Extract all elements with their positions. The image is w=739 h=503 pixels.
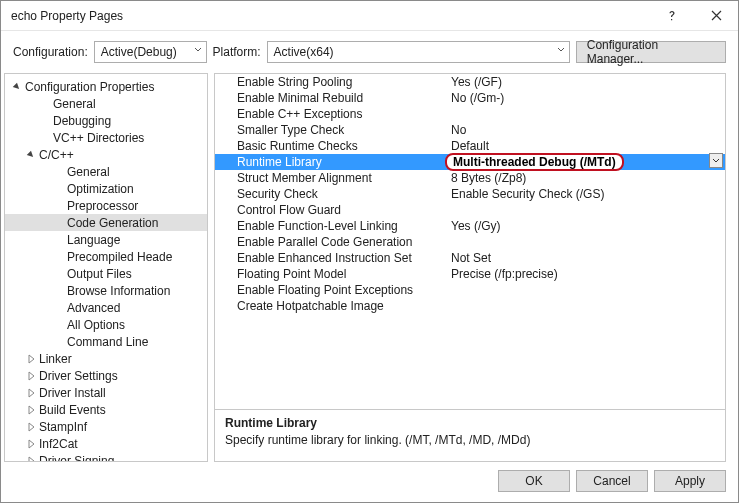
property-grid[interactable]: Enable String PoolingYes (/GF)Enable Min… xyxy=(214,73,726,410)
property-value[interactable] xyxy=(445,203,725,217)
expander-closed-icon[interactable] xyxy=(25,404,37,416)
expander-none xyxy=(53,302,65,314)
property-row[interactable]: Runtime LibraryMulti-threaded Debug (/MT… xyxy=(215,154,725,170)
property-value[interactable] xyxy=(445,107,725,121)
tree-node[interactable]: Advanced xyxy=(5,299,207,316)
property-name: Floating Point Model xyxy=(215,267,445,281)
property-row[interactable]: Enable C++ Exceptions xyxy=(215,106,725,122)
platform-combo[interactable]: Active(x64) xyxy=(267,41,570,63)
property-row[interactable]: Enable Minimal RebuildNo (/Gm-) xyxy=(215,90,725,106)
config-label: Configuration: xyxy=(13,45,88,59)
config-combo[interactable]: Active(Debug) xyxy=(94,41,207,63)
cancel-button[interactable]: Cancel xyxy=(576,470,648,492)
property-value[interactable]: Yes (/GF) xyxy=(445,75,725,89)
property-value[interactable]: No (/Gm-) xyxy=(445,91,725,105)
window-title: echo Property Pages xyxy=(11,9,650,23)
property-row[interactable]: Create Hotpatchable Image xyxy=(215,298,725,314)
tree-label: Driver Settings xyxy=(39,369,118,383)
tree-node[interactable]: Precompiled Heade xyxy=(5,248,207,265)
tree-node[interactable]: Configuration Properties xyxy=(5,78,207,95)
property-name: Enable String Pooling xyxy=(215,75,445,89)
tree-node[interactable]: All Options xyxy=(5,316,207,333)
tree-label: Driver Install xyxy=(39,386,106,400)
tree-label: Preprocessor xyxy=(67,199,138,213)
property-value[interactable]: Yes (/Gy) xyxy=(445,219,725,233)
property-value[interactable] xyxy=(445,235,725,249)
tree-label: General xyxy=(67,165,110,179)
tree-label: C/C++ xyxy=(39,148,74,162)
tree-node[interactable]: Linker xyxy=(5,350,207,367)
property-value[interactable]: 8 Bytes (/Zp8) xyxy=(445,171,725,185)
dropdown-button[interactable] xyxy=(709,153,723,168)
tree-node[interactable]: Inf2Cat xyxy=(5,435,207,452)
tree-node[interactable]: Code Generation xyxy=(5,214,207,231)
property-row[interactable]: Basic Runtime ChecksDefault xyxy=(215,138,725,154)
expander-closed-icon[interactable] xyxy=(25,438,37,450)
tree-node[interactable]: VC++ Directories xyxy=(5,129,207,146)
property-value[interactable]: Default xyxy=(445,139,725,153)
property-row[interactable]: Enable Floating Point Exceptions xyxy=(215,282,725,298)
expander-none xyxy=(53,217,65,229)
expander-none xyxy=(53,183,65,195)
expander-open-icon[interactable] xyxy=(25,149,37,161)
expander-closed-icon[interactable] xyxy=(25,370,37,382)
property-row[interactable]: Struct Member Alignment8 Bytes (/Zp8) xyxy=(215,170,725,186)
configuration-bar: Configuration: Active(Debug) Platform: A… xyxy=(1,31,738,73)
tree-node[interactable]: Optimization xyxy=(5,180,207,197)
property-name: Enable Parallel Code Generation xyxy=(215,235,445,249)
property-row[interactable]: Control Flow Guard xyxy=(215,202,725,218)
tree-pane[interactable]: Configuration PropertiesGeneralDebugging… xyxy=(4,73,208,462)
property-row[interactable]: Floating Point ModelPrecise (/fp:precise… xyxy=(215,266,725,282)
expander-closed-icon[interactable] xyxy=(25,421,37,433)
tree-node[interactable]: Driver Settings xyxy=(5,367,207,384)
tree-node[interactable]: Debugging xyxy=(5,112,207,129)
property-name: Enable Function-Level Linking xyxy=(215,219,445,233)
tree-node[interactable]: C/C++ xyxy=(5,146,207,163)
chevron-down-icon xyxy=(194,46,202,54)
description-text: Specify runtime library for linking. (/M… xyxy=(225,433,715,447)
property-row[interactable]: Enable String PoolingYes (/GF) xyxy=(215,74,725,90)
tree-label: Output Files xyxy=(67,267,132,281)
tree-node[interactable]: Driver Install xyxy=(5,384,207,401)
property-row[interactable]: Smaller Type CheckNo xyxy=(215,122,725,138)
property-value[interactable] xyxy=(445,283,725,297)
property-name: Enable C++ Exceptions xyxy=(215,107,445,121)
tree-node[interactable]: Language xyxy=(5,231,207,248)
tree-node[interactable]: StampInf xyxy=(5,418,207,435)
property-row[interactable]: Enable Function-Level LinkingYes (/Gy) xyxy=(215,218,725,234)
ok-button[interactable]: OK xyxy=(498,470,570,492)
expander-closed-icon[interactable] xyxy=(25,353,37,365)
property-value[interactable]: Multi-threaded Debug (/MTd) xyxy=(445,153,725,171)
apply-button[interactable]: Apply xyxy=(654,470,726,492)
property-name: Enable Enhanced Instruction Set xyxy=(215,251,445,265)
tree-node[interactable]: Driver Signing xyxy=(5,452,207,462)
platform-label: Platform: xyxy=(213,45,261,59)
property-row[interactable]: Security CheckEnable Security Check (/GS… xyxy=(215,186,725,202)
property-value[interactable]: No xyxy=(445,123,725,137)
expander-closed-icon[interactable] xyxy=(25,387,37,399)
expander-none xyxy=(53,319,65,331)
property-name: Basic Runtime Checks xyxy=(215,139,445,153)
tree-label: Code Generation xyxy=(67,216,158,230)
tree-node[interactable]: Command Line xyxy=(5,333,207,350)
tree-label: General xyxy=(53,97,96,111)
property-value[interactable]: Precise (/fp:precise) xyxy=(445,267,725,281)
tree-node[interactable]: Preprocessor xyxy=(5,197,207,214)
expander-open-icon[interactable] xyxy=(11,81,23,93)
tree-node[interactable]: Browse Information xyxy=(5,282,207,299)
property-row[interactable]: Enable Parallel Code Generation xyxy=(215,234,725,250)
expander-closed-icon[interactable] xyxy=(25,455,37,463)
property-value[interactable]: Not Set xyxy=(445,251,725,265)
config-manager-button[interactable]: Configuration Manager... xyxy=(576,41,726,63)
property-value[interactable]: Enable Security Check (/GS) xyxy=(445,187,725,201)
tree-node[interactable]: Output Files xyxy=(5,265,207,282)
tree-node[interactable]: General xyxy=(5,95,207,112)
tree-node[interactable]: Build Events xyxy=(5,401,207,418)
tree-node[interactable]: General xyxy=(5,163,207,180)
close-button[interactable] xyxy=(694,1,738,31)
expander-none xyxy=(39,98,51,110)
help-button[interactable] xyxy=(650,1,694,31)
description-panel: Runtime Library Specify runtime library … xyxy=(214,410,726,462)
property-row[interactable]: Enable Enhanced Instruction SetNot Set xyxy=(215,250,725,266)
property-value[interactable] xyxy=(445,299,725,313)
